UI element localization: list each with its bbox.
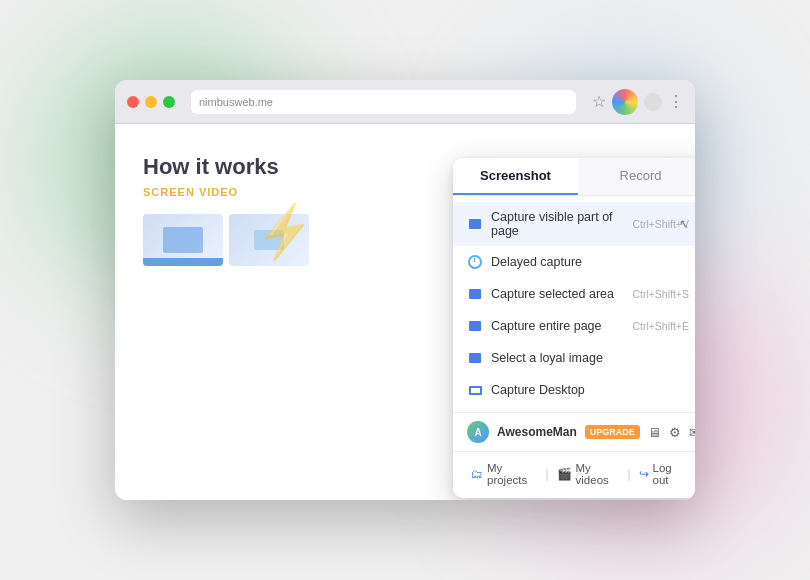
dot-minimize[interactable] [145, 96, 157, 108]
capture-selected-icon [467, 286, 483, 302]
settings-icon[interactable]: ⚙ [669, 425, 681, 440]
dot-maximize[interactable] [163, 96, 175, 108]
ext-icons: ☆ ⋮ [592, 89, 683, 115]
tab-screenshot[interactable]: Screenshot [453, 158, 578, 195]
capture-desktop-label: Capture Desktop [491, 383, 689, 397]
capture-visible-label: Capture visible part of page [491, 210, 632, 238]
lightning-icon: ⚡ [251, 199, 320, 265]
capture-selected-shortcut: Ctrl+Shift+S [632, 288, 689, 300]
delayed-capture-icon [467, 254, 483, 270]
browser-toolbar: nimbusweb.me ☆ ⋮ [115, 80, 695, 124]
user-section: A AwesomeMan upgrade 🖥 ⚙ ✉ ⌃ [453, 412, 695, 451]
monitor-icon[interactable]: 🖥 [648, 425, 661, 440]
upgrade-badge[interactable]: upgrade [585, 425, 640, 439]
extension-icon[interactable] [612, 89, 638, 115]
tab-record[interactable]: Record [578, 158, 695, 195]
popup-dropdown: Screenshot Record Capture visible part o… [453, 158, 695, 498]
address-text: nimbusweb.me [199, 96, 568, 108]
popup-tabs: Screenshot Record [453, 158, 695, 196]
logout-icon: ↪ [639, 467, 649, 481]
user-action-icons: 🖥 ⚙ ✉ ⌃ [648, 425, 695, 440]
user-name: AwesomeMan [497, 425, 577, 439]
projects-icon: 🗂 [471, 467, 483, 481]
select-loyal-label: Select a loyal image [491, 351, 689, 365]
browser-dots [127, 96, 175, 108]
capture-visible-icon [467, 216, 483, 232]
my-projects-link[interactable]: 🗂 My projects [467, 460, 541, 488]
menu-item-capture-desktop[interactable]: Capture Desktop [453, 374, 695, 406]
videos-icon: 🎬 [557, 467, 572, 481]
capture-entire-label: Capture entire page [491, 319, 632, 333]
log-out-link[interactable]: ↪ Log out [635, 460, 690, 488]
thumb-bar-1 [143, 258, 223, 266]
my-videos-link[interactable]: 🎬 My videos [553, 460, 624, 488]
browser-window: nimbusweb.me ☆ ⋮ How it works SCREEN VID… [115, 80, 695, 500]
bottom-links: 🗂 My projects | 🎬 My videos | ↪ Log out [453, 451, 695, 498]
my-projects-label: My projects [487, 462, 537, 486]
capture-desktop-icon [467, 382, 483, 398]
menu-item-delayed-capture[interactable]: Delayed capture [453, 246, 695, 278]
cursor-pointer: ↖ [679, 217, 689, 231]
bookmark-icon[interactable]: ☆ [592, 92, 606, 111]
capture-entire-shortcut: Ctrl+Shift+E [632, 320, 689, 332]
menu-item-capture-entire[interactable]: Capture entire page Ctrl+Shift+E [453, 310, 695, 342]
thumbnail-1 [143, 214, 223, 266]
more-options-icon[interactable]: ⋮ [668, 92, 683, 111]
delayed-capture-label: Delayed capture [491, 255, 689, 269]
browser-content: How it works SCREEN VIDEO ☁ [115, 124, 695, 500]
select-loyal-icon [467, 350, 483, 366]
menu-item-select-loyal[interactable]: Select a loyal image [453, 342, 695, 374]
account-icon[interactable] [644, 93, 662, 111]
mail-icon[interactable]: ✉ [689, 425, 695, 440]
user-avatar: A [467, 421, 489, 443]
menu-items-list: Capture visible part of page Ctrl+Shift+… [453, 196, 695, 412]
capture-selected-label: Capture selected area [491, 287, 632, 301]
log-out-label: Log out [653, 462, 686, 486]
menu-item-capture-selected[interactable]: Capture selected area Ctrl+Shift+S [453, 278, 695, 310]
dot-close[interactable] [127, 96, 139, 108]
capture-entire-icon [467, 318, 483, 334]
my-videos-label: My videos [576, 462, 620, 486]
address-bar[interactable]: nimbusweb.me [191, 90, 576, 114]
menu-item-capture-visible[interactable]: Capture visible part of page Ctrl+Shift+… [453, 202, 695, 246]
